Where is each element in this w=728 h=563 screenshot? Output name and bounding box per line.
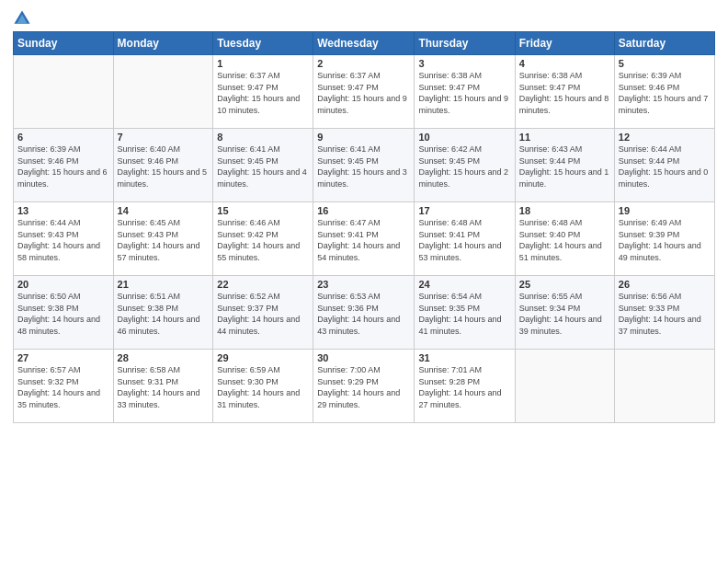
calendar-cell <box>515 350 614 423</box>
logo-icon <box>13 9 31 28</box>
day-info: Sunrise: 6:54 AM Sunset: 9:35 PM Dayligh… <box>418 291 510 337</box>
calendar-cell: 22Sunrise: 6:52 AM Sunset: 9:37 PM Dayli… <box>213 276 313 350</box>
day-number: 26 <box>619 279 711 290</box>
day-info: Sunrise: 6:50 AM Sunset: 9:38 PM Dayligh… <box>17 291 109 337</box>
calendar-cell: 14Sunrise: 6:45 AM Sunset: 9:43 PM Dayli… <box>113 202 213 276</box>
calendar-cell: 9Sunrise: 6:41 AM Sunset: 9:45 PM Daylig… <box>313 129 415 202</box>
calendar-cell: 16Sunrise: 6:47 AM Sunset: 9:41 PM Dayli… <box>313 202 415 276</box>
day-info: Sunrise: 6:49 AM Sunset: 9:39 PM Dayligh… <box>619 217 711 263</box>
calendar-cell: 20Sunrise: 6:50 AM Sunset: 9:38 PM Dayli… <box>14 276 114 350</box>
day-info: Sunrise: 6:38 AM Sunset: 9:47 PM Dayligh… <box>519 70 610 116</box>
day-number: 20 <box>17 279 109 290</box>
calendar-cell: 6Sunrise: 6:39 AM Sunset: 9:46 PM Daylig… <box>14 129 114 202</box>
day-number: 18 <box>519 205 610 216</box>
day-info: Sunrise: 6:44 AM Sunset: 9:44 PM Dayligh… <box>619 144 711 190</box>
day-number: 27 <box>17 352 109 363</box>
calendar-cell: 27Sunrise: 6:57 AM Sunset: 9:32 PM Dayli… <box>14 350 114 423</box>
calendar-week-row: 6Sunrise: 6:39 AM Sunset: 9:46 PM Daylig… <box>14 129 715 202</box>
day-info: Sunrise: 6:38 AM Sunset: 9:47 PM Dayligh… <box>418 70 510 116</box>
day-info: Sunrise: 6:39 AM Sunset: 9:46 PM Dayligh… <box>619 70 711 116</box>
calendar-cell: 29Sunrise: 6:59 AM Sunset: 9:30 PM Dayli… <box>213 350 313 423</box>
day-number: 5 <box>619 58 711 69</box>
day-number: 16 <box>317 205 410 216</box>
calendar-cell: 30Sunrise: 7:00 AM Sunset: 9:29 PM Dayli… <box>313 350 415 423</box>
calendar-cell: 15Sunrise: 6:46 AM Sunset: 9:42 PM Dayli… <box>213 202 313 276</box>
calendar-table: SundayMondayTuesdayWednesdayThursdayFrid… <box>13 31 715 423</box>
day-number: 30 <box>317 352 410 363</box>
day-info: Sunrise: 6:53 AM Sunset: 9:36 PM Dayligh… <box>317 291 410 337</box>
day-number: 1 <box>217 58 309 69</box>
logo <box>13 9 35 28</box>
page: SundayMondayTuesdayWednesdayThursdayFrid… <box>0 0 728 563</box>
day-number: 17 <box>418 205 510 216</box>
day-number: 12 <box>619 132 711 143</box>
day-info: Sunrise: 7:01 AM Sunset: 9:28 PM Dayligh… <box>418 364 510 410</box>
day-number: 24 <box>418 279 510 290</box>
header <box>13 9 715 28</box>
calendar-cell: 2Sunrise: 6:37 AM Sunset: 9:47 PM Daylig… <box>313 55 415 129</box>
weekday-header: Saturday <box>614 32 714 55</box>
day-info: Sunrise: 6:52 AM Sunset: 9:37 PM Dayligh… <box>217 291 309 337</box>
day-info: Sunrise: 6:37 AM Sunset: 9:47 PM Dayligh… <box>217 70 309 116</box>
day-number: 19 <box>619 205 711 216</box>
weekday-header: Tuesday <box>213 32 313 55</box>
day-info: Sunrise: 6:37 AM Sunset: 9:47 PM Dayligh… <box>317 70 410 116</box>
calendar-cell: 5Sunrise: 6:39 AM Sunset: 9:46 PM Daylig… <box>614 55 714 129</box>
calendar-cell: 7Sunrise: 6:40 AM Sunset: 9:46 PM Daylig… <box>113 129 213 202</box>
calendar-header-row: SundayMondayTuesdayWednesdayThursdayFrid… <box>14 32 715 55</box>
calendar-cell: 1Sunrise: 6:37 AM Sunset: 9:47 PM Daylig… <box>213 55 313 129</box>
day-info: Sunrise: 6:43 AM Sunset: 9:44 PM Dayligh… <box>519 144 610 190</box>
day-info: Sunrise: 6:56 AM Sunset: 9:33 PM Dayligh… <box>619 291 711 337</box>
day-info: Sunrise: 6:48 AM Sunset: 9:41 PM Dayligh… <box>418 217 510 263</box>
calendar-week-row: 20Sunrise: 6:50 AM Sunset: 9:38 PM Dayli… <box>14 276 715 350</box>
day-info: Sunrise: 6:58 AM Sunset: 9:31 PM Dayligh… <box>118 364 210 410</box>
calendar-cell: 4Sunrise: 6:38 AM Sunset: 9:47 PM Daylig… <box>515 55 614 129</box>
calendar-cell: 18Sunrise: 6:48 AM Sunset: 9:40 PM Dayli… <box>515 202 614 276</box>
day-info: Sunrise: 6:51 AM Sunset: 9:38 PM Dayligh… <box>118 291 210 337</box>
day-number: 21 <box>118 279 210 290</box>
day-info: Sunrise: 6:41 AM Sunset: 9:45 PM Dayligh… <box>217 144 309 190</box>
day-number: 25 <box>519 279 610 290</box>
day-number: 23 <box>317 279 410 290</box>
day-info: Sunrise: 6:48 AM Sunset: 9:40 PM Dayligh… <box>519 217 610 263</box>
calendar-cell: 8Sunrise: 6:41 AM Sunset: 9:45 PM Daylig… <box>213 129 313 202</box>
calendar-week-row: 27Sunrise: 6:57 AM Sunset: 9:32 PM Dayli… <box>14 350 715 423</box>
day-number: 22 <box>217 279 309 290</box>
calendar-week-row: 13Sunrise: 6:44 AM Sunset: 9:43 PM Dayli… <box>14 202 715 276</box>
day-number: 10 <box>418 132 510 143</box>
weekday-header: Friday <box>515 32 614 55</box>
day-number: 29 <box>217 352 309 363</box>
day-info: Sunrise: 7:00 AM Sunset: 9:29 PM Dayligh… <box>317 364 410 410</box>
calendar-cell: 26Sunrise: 6:56 AM Sunset: 9:33 PM Dayli… <box>614 276 714 350</box>
calendar-cell: 21Sunrise: 6:51 AM Sunset: 9:38 PM Dayli… <box>113 276 213 350</box>
weekday-header: Monday <box>113 32 213 55</box>
calendar-cell <box>14 55 114 129</box>
calendar-week-row: 1Sunrise: 6:37 AM Sunset: 9:47 PM Daylig… <box>14 55 715 129</box>
calendar-cell: 25Sunrise: 6:55 AM Sunset: 9:34 PM Dayli… <box>515 276 614 350</box>
day-info: Sunrise: 6:47 AM Sunset: 9:41 PM Dayligh… <box>317 217 410 263</box>
day-number: 28 <box>118 352 210 363</box>
calendar-cell: 28Sunrise: 6:58 AM Sunset: 9:31 PM Dayli… <box>113 350 213 423</box>
day-number: 13 <box>17 205 109 216</box>
weekday-header: Sunday <box>14 32 114 55</box>
weekday-header: Wednesday <box>313 32 415 55</box>
calendar-cell: 24Sunrise: 6:54 AM Sunset: 9:35 PM Dayli… <box>415 276 515 350</box>
day-number: 31 <box>418 352 510 363</box>
day-info: Sunrise: 6:40 AM Sunset: 9:46 PM Dayligh… <box>118 144 210 190</box>
day-info: Sunrise: 6:41 AM Sunset: 9:45 PM Dayligh… <box>317 144 410 190</box>
day-number: 3 <box>418 58 510 69</box>
calendar-cell: 12Sunrise: 6:44 AM Sunset: 9:44 PM Dayli… <box>614 129 714 202</box>
calendar-cell: 3Sunrise: 6:38 AM Sunset: 9:47 PM Daylig… <box>415 55 515 129</box>
day-number: 8 <box>217 132 309 143</box>
weekday-header: Thursday <box>415 32 515 55</box>
calendar-cell: 17Sunrise: 6:48 AM Sunset: 9:41 PM Dayli… <box>415 202 515 276</box>
day-info: Sunrise: 6:55 AM Sunset: 9:34 PM Dayligh… <box>519 291 610 337</box>
calendar-cell: 10Sunrise: 6:42 AM Sunset: 9:45 PM Dayli… <box>415 129 515 202</box>
day-number: 7 <box>118 132 210 143</box>
day-number: 9 <box>317 132 410 143</box>
calendar-cell <box>614 350 714 423</box>
day-number: 4 <box>519 58 610 69</box>
calendar-cell: 13Sunrise: 6:44 AM Sunset: 9:43 PM Dayli… <box>14 202 114 276</box>
day-info: Sunrise: 6:59 AM Sunset: 9:30 PM Dayligh… <box>217 364 309 410</box>
calendar-cell: 31Sunrise: 7:01 AM Sunset: 9:28 PM Dayli… <box>415 350 515 423</box>
